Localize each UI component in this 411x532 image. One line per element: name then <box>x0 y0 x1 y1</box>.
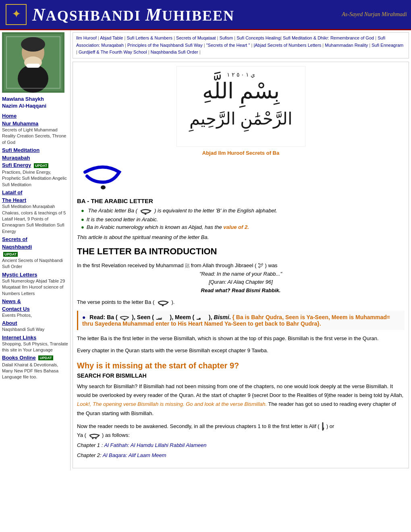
nav-sufi-meditation[interactable]: Sufi Meditation & Dhikr: Remembrance of … <box>283 35 374 40</box>
missing-heading: Why is it missing at the start of chapte… <box>77 361 405 370</box>
nav-muhammadan[interactable]: Muhammadan Reality <box>325 43 368 48</box>
arabic-subtitle: Abjad Ilm Huroof Secrets of Ba <box>77 150 405 156</box>
nav-abjad-secrets[interactable]: |Abjad Secrets of Numbers Letters <box>253 43 321 48</box>
updat-badge-naqshbandi: UPDAT <box>3 252 18 257</box>
sidebar-books-link[interactable]: Books Online <box>2 355 36 361</box>
updat-badge-books: UPDAT <box>38 355 53 360</box>
nav-gurdjieff[interactable]: Gurdjieff & The Fourth Way School <box>79 50 147 54</box>
quran-ref: [Quran: Al Alaq Chapter 96] <box>77 278 405 287</box>
nav-sufi-enneagram[interactable]: Sufi Enneagram <box>372 43 403 48</box>
site-subtitle: As-Sayed Nurjan Mirahmadi <box>342 11 407 18</box>
svg-point-21 <box>95 438 97 439</box>
ba-visual <box>77 160 405 193</box>
svg-text:✦: ✦ <box>12 8 21 20</box>
chapter-1-link[interactable]: Al Fatihah: Al Hamdu Lillahi Rabbil Alam… <box>104 442 206 448</box>
nav-ilm-huroof[interactable]: Ilm Huroof <box>76 35 97 40</box>
jibrael-close: ) was <box>265 262 278 268</box>
article: بِسْمِ اللَّهِ الرَّحْمَٰنِ الرَّحِيمِ ي… <box>73 62 409 469</box>
look-italic: Look!, The opening verse Bismillah is mi… <box>77 401 267 407</box>
calligraphy-image: بِسْمِ اللَّهِ الرَّحْمَٰنِ الرَّحِيمِ ي… <box>77 66 405 148</box>
sidebar-books-desc: Dalail Khairat & Devotionals, Many New P… <box>2 362 68 380</box>
chapter-2: Chapter 2: Al Baqara: Alif Laam Meem <box>77 451 405 460</box>
svg-point-6 <box>24 56 42 69</box>
sidebar-heart-desc: Sufi Meditation Muraqabah Chakras, color… <box>2 204 68 235</box>
revelation-text: In the first Revelation received by Muha… <box>77 262 185 268</box>
read-ba-bullet: Read: Ba ( ), Seen ( سـ ), Meem ( مـ ), … <box>82 314 401 327</box>
nav-naqshbandia[interactable]: Naqshbandia Sufi Order <box>151 50 198 54</box>
sidebar-nur-link[interactable]: Nur Muhamma <box>2 121 68 127</box>
nav-sufi-letters[interactable]: Sufi Letters & Numbers <box>127 35 172 40</box>
awakened-text: Now the reader needs to be awakened. Sec… <box>77 422 405 431</box>
shaykh-photo <box>2 32 64 93</box>
sidebar-muraqabah-link[interactable]: Muraqabah <box>2 155 68 161</box>
verse-points: The verse points to the letter Ba ( ). <box>77 298 405 307</box>
svg-point-5 <box>22 39 44 65</box>
sidebar-events-desc: Events Photos, <box>2 312 68 318</box>
sidebar-nur-desc: Secrets of Light Muhammad Reality Creati… <box>2 127 68 145</box>
sidebar-mystic-desc: Sufi Numerology Abjad Table 29 Muqataat … <box>2 278 68 297</box>
ya-text: Ya ( ) as follows: <box>77 431 405 440</box>
chapter-2-link[interactable]: Al Baqara: Alif Laam Meem <box>103 452 166 458</box>
site-header: ✦ NAQSHBANDI MUHIBEEN As-Sayed Nurjan Mi… <box>0 0 411 30</box>
sidebar-secrets-link[interactable]: Secrets of <box>2 236 68 242</box>
main-layout: Mawlana ShaykhNazim Al-Haqqani Home Nur … <box>0 30 411 470</box>
svg-point-20 <box>92 438 93 439</box>
sidebar: Mawlana ShaykhNazim Al-Haqqani Home Nur … <box>0 30 71 470</box>
chapter-1: Chapter 1 : Al Fatihah: Al Hamdu Lillahi… <box>77 441 405 450</box>
ba-header: BA - THE ARABIC LETTER <box>77 197 405 204</box>
para-bismillah: The letter Ba is the first letter in the… <box>77 334 405 343</box>
content-area: Ilm Huroof | Abjad Table | Sufi Letters … <box>71 30 411 470</box>
svg-text:ي ١ ٠ ٥ ٢ ١: ي ١ ٠ ٥ ٢ ١ <box>226 71 255 78</box>
sidebar-contact-link[interactable]: Contact Us <box>2 306 68 312</box>
alif-section: Now the reader needs to be awakened. Sec… <box>77 422 405 460</box>
nav-abjad-table[interactable]: Abjad Table <box>100 35 123 40</box>
nav-secrets-muqataat[interactable]: Secrets of Muqataat <box>176 35 216 40</box>
sidebar-internet-desc: Shopping, Sufi Physics, Translate this s… <box>2 341 68 353</box>
sidebar-naqshbandi-desc: Ancient Secrets of Naqshbandi Sufi Order <box>2 258 68 270</box>
svg-rect-9 <box>26 64 40 68</box>
sidebar-energy-desc: Practices, Divine Energy, Prophetic Sufi… <box>2 169 68 188</box>
sidebar-sufi-med-link[interactable]: Sufi Meditation <box>2 147 68 153</box>
sidebar-internet-link[interactable]: Internet Links <box>2 335 68 341</box>
calligraphy-section: بِسْمِ اللَّهِ الرَّحْمَٰنِ الرَّحِيمِ ي… <box>77 66 405 156</box>
sidebar-home-link[interactable]: Home <box>2 113 68 119</box>
nav-secrets-heart[interactable]: "Secrets of the Heart " <box>206 43 250 48</box>
ba-bullet-2: It is the second letter in Arabic. <box>81 216 405 222</box>
svg-text:الرَّحْمَٰنِ الرَّحِيمِ: الرَّحْمَٰنِ الرَّحِيمِ <box>188 109 293 131</box>
read-ba-section: Read: Ba ( ), Seen ( سـ ), Meem ( مـ ), … <box>77 311 405 330</box>
nav-sufi-concepts[interactable]: Sufi Concepts Healing <box>237 35 280 40</box>
ba-bullet-1: The Arabic letter Ba ( ) is equivalent t… <box>81 208 405 215</box>
nav-sufism[interactable]: Sufism <box>220 35 233 40</box>
updat-badge-energy: UPDAT <box>34 163 48 168</box>
read-bold: Read what? Read Bismi Rabbik. <box>77 287 405 295</box>
svg-rect-4 <box>4 34 62 91</box>
sidebar-news-link[interactable]: News & <box>2 298 68 304</box>
site-title: NAQSHBANDI MUHIBEEN <box>32 4 342 25</box>
sidebar-heart-link[interactable]: The Heart <box>2 197 68 203</box>
ba-bullets: The Arabic letter Ba ( ) is equivalent t… <box>77 208 405 230</box>
from-allah-text: from Allah through Jibraeel ( <box>191 262 257 268</box>
jibrael-symbol: 🕊 <box>258 262 264 268</box>
revelation-section: In the first Revelation received by Muha… <box>77 261 405 295</box>
prophet-symbol: ﷺ <box>185 263 189 268</box>
para-every-chapter: Every chapter in the Quran starts with t… <box>77 346 405 355</box>
ba-bullet-3: Ba in Arabic numerology which is known a… <box>81 224 405 230</box>
value-link[interactable]: value of 2. <box>223 224 249 230</box>
nav-bar: Ilm Huroof | Abjad Table | Sufi Letters … <box>73 32 409 58</box>
sidebar-naqshbandi-link[interactable]: Naqshbandi <box>2 244 68 250</box>
sidebar-lataif-link[interactable]: Lataif of <box>2 189 68 195</box>
quran-quote: "Read: In the name of your Rabb..." <box>77 270 405 278</box>
sidebar-about-desc: Naqshbandi Sufi Way <box>2 326 68 332</box>
intro-heading: THE LETTER BA INTRODUCTION <box>77 246 405 257</box>
nav-principles[interactable]: Principles of the Naqshbandi Sufi Way <box>127 43 203 48</box>
svg-point-14 <box>145 213 147 215</box>
sidebar-about-link[interactable]: About <box>2 320 68 326</box>
sidebar-mystic-link[interactable]: Mystic Letters <box>2 272 68 278</box>
svg-text:سـ: سـ <box>156 315 162 320</box>
svg-point-15 <box>162 305 164 306</box>
search-para: Why search for Bismillah? If Bismillah h… <box>77 382 405 418</box>
svg-point-13 <box>101 185 106 189</box>
sidebar-sufi-energy-link[interactable]: Sufi Energy <box>2 162 31 168</box>
svg-text:مـ: مـ <box>196 315 201 320</box>
article-note: This article is about the spiritual mean… <box>77 234 405 240</box>
